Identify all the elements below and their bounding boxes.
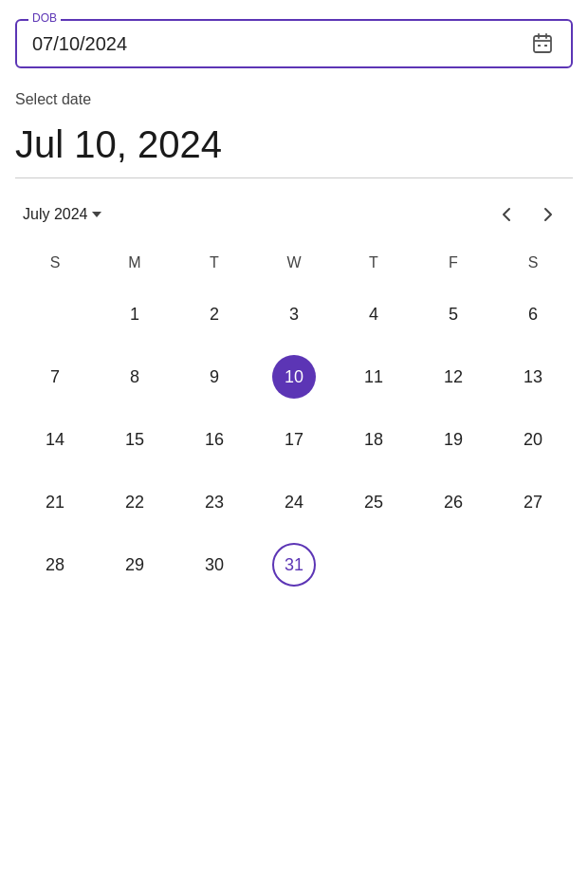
- day-button[interactable]: 21: [33, 480, 77, 524]
- calendar-day: 26: [413, 471, 493, 533]
- calendar-week: 28293031: [15, 533, 573, 596]
- day-button[interactable]: 16: [193, 418, 236, 461]
- calendar-day: 7: [15, 345, 95, 408]
- day-button[interactable]: 8: [113, 355, 156, 399]
- day-button: [352, 543, 395, 587]
- day-button[interactable]: 12: [432, 355, 475, 399]
- day-button[interactable]: 6: [511, 292, 555, 336]
- calendar-weeks: 1234567891011121314151617181920212223242…: [15, 283, 573, 596]
- day-button[interactable]: 4: [352, 292, 395, 336]
- day-button[interactable]: 9: [193, 355, 236, 399]
- next-month-button[interactable]: [531, 201, 565, 228]
- calendar-day: 11: [334, 345, 413, 408]
- day-button[interactable]: 26: [432, 480, 475, 524]
- day-button[interactable]: 20: [511, 418, 555, 461]
- day-button[interactable]: 3: [272, 292, 316, 336]
- day-button: [432, 543, 475, 587]
- chevron-left-icon: [497, 205, 516, 224]
- calendar-week: 78910111213: [15, 345, 573, 408]
- day-button[interactable]: 25: [352, 480, 395, 524]
- day-button[interactable]: 15: [113, 418, 156, 461]
- calendar-day: 1: [95, 283, 175, 345]
- day-button[interactable]: 14: [33, 418, 77, 461]
- calendar-day: 2: [175, 283, 254, 345]
- day-button[interactable]: 23: [193, 480, 236, 524]
- calendar-day: 30: [175, 533, 254, 596]
- month-nav-arrows: [489, 201, 565, 228]
- calendar-icon-button[interactable]: [527, 28, 558, 59]
- calendar-day: 20: [493, 408, 573, 471]
- day-button[interactable]: 24: [272, 480, 316, 524]
- day-header: W: [254, 247, 334, 279]
- day-header: T: [175, 247, 254, 279]
- day-button[interactable]: 31: [272, 543, 316, 587]
- calendar-day: 8: [95, 345, 175, 408]
- calendar-day: 16: [175, 408, 254, 471]
- calendar-day: 4: [334, 283, 413, 345]
- month-nav-left: July 2024: [23, 206, 101, 223]
- prev-month-button[interactable]: [489, 201, 524, 228]
- calendar-week: 123456: [15, 283, 573, 345]
- day-button[interactable]: 7: [33, 355, 77, 399]
- calendar-day: 22: [95, 471, 175, 533]
- selected-date-display: Jul 10, 2024: [15, 123, 573, 178]
- calendar-day: 5: [413, 283, 493, 345]
- month-year-label: July 2024: [23, 206, 88, 223]
- calendar-day: 14: [15, 408, 95, 471]
- svg-rect-4: [538, 45, 541, 47]
- dob-value: 07/10/2024: [32, 33, 127, 54]
- calendar-icon: [531, 32, 554, 55]
- day-button: [511, 543, 555, 587]
- calendar-day: 3: [254, 283, 334, 345]
- day-button[interactable]: 29: [113, 543, 156, 587]
- day-button[interactable]: 22: [113, 480, 156, 524]
- month-year-button[interactable]: July 2024: [23, 206, 101, 223]
- day-button[interactable]: 5: [432, 292, 475, 336]
- dob-field: DOB 07/10/2024: [15, 19, 573, 68]
- day-button[interactable]: 30: [193, 543, 236, 587]
- chevron-down-icon: [92, 212, 101, 217]
- day-button[interactable]: 1: [113, 292, 156, 336]
- day-headers: SMTWTFS: [15, 247, 573, 279]
- day-button[interactable]: 19: [432, 418, 475, 461]
- day-button[interactable]: 27: [511, 480, 555, 524]
- select-date-label: Select date: [15, 91, 573, 108]
- day-header: S: [15, 247, 95, 279]
- calendar-day: 15: [95, 408, 175, 471]
- calendar-day: 23: [175, 471, 254, 533]
- calendar-day: 17: [254, 408, 334, 471]
- page-wrapper: DOB 07/10/2024 Select date Jul 10, 2024 …: [0, 0, 588, 615]
- day-button[interactable]: 11: [352, 355, 395, 399]
- calendar-week: 14151617181920: [15, 408, 573, 471]
- month-nav: July 2024: [15, 190, 573, 239]
- calendar-day: 19: [413, 408, 493, 471]
- calendar-day: [493, 533, 573, 596]
- calendar-grid: SMTWTFS 12345678910111213141516171819202…: [15, 247, 573, 596]
- day-button[interactable]: 10: [272, 355, 316, 399]
- calendar-day: 27: [493, 471, 573, 533]
- day-button[interactable]: 18: [352, 418, 395, 461]
- calendar-day: [413, 533, 493, 596]
- svg-rect-5: [544, 45, 547, 47]
- day-header: M: [95, 247, 175, 279]
- day-button: [33, 292, 77, 336]
- calendar-day: 31: [254, 533, 334, 596]
- calendar-day: 24: [254, 471, 334, 533]
- day-header: T: [334, 247, 413, 279]
- day-button[interactable]: 28: [33, 543, 77, 587]
- calendar-day: 21: [15, 471, 95, 533]
- calendar-day: 13: [493, 345, 573, 408]
- calendar-day: 9: [175, 345, 254, 408]
- calendar-day: 12: [413, 345, 493, 408]
- day-header: S: [493, 247, 573, 279]
- day-button[interactable]: 2: [193, 292, 236, 336]
- day-button[interactable]: 13: [511, 355, 555, 399]
- calendar-day: 18: [334, 408, 413, 471]
- svg-rect-0: [534, 36, 551, 52]
- calendar-day: [334, 533, 413, 596]
- calendar-day: 29: [95, 533, 175, 596]
- calendar-day: 6: [493, 283, 573, 345]
- day-header: F: [413, 247, 493, 279]
- dob-label: DOB: [28, 11, 61, 25]
- day-button[interactable]: 17: [272, 418, 316, 461]
